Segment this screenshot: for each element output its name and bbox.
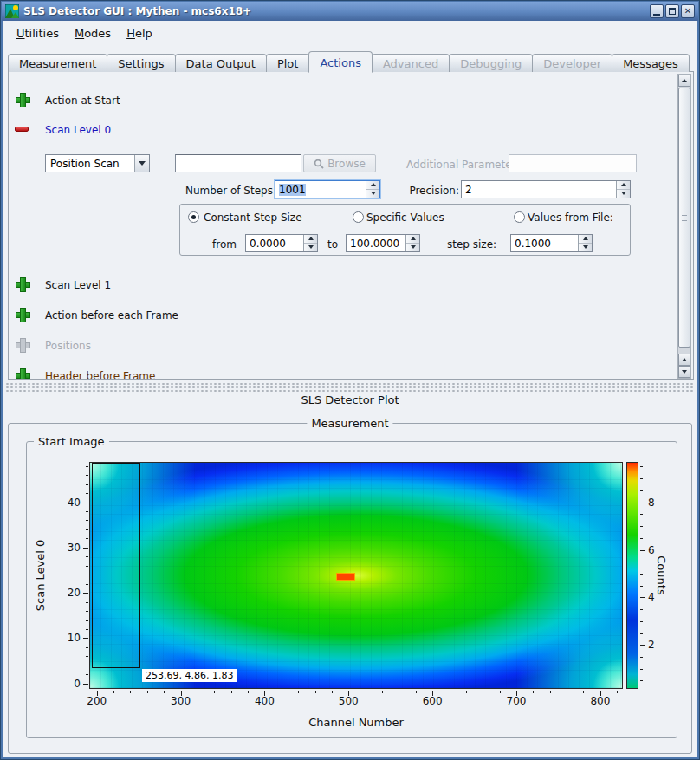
scroll-up-button-bottom[interactable] bbox=[678, 354, 690, 366]
expand-header-before-frame-icon[interactable] bbox=[16, 368, 29, 380]
x-tick bbox=[315, 691, 316, 693]
tab-plot[interactable]: Plot bbox=[266, 54, 310, 72]
spin-buttons[interactable] bbox=[578, 235, 592, 251]
to-spinbox[interactable]: 100.0000 bbox=[346, 234, 420, 252]
close-button[interactable]: ✕ bbox=[681, 4, 695, 18]
x-tick-label: 300 bbox=[164, 695, 198, 707]
scroll-down-button[interactable] bbox=[678, 366, 690, 378]
menubar: Utilities Modes Help bbox=[3, 22, 697, 44]
menu-utilities[interactable]: Utilities bbox=[9, 24, 67, 42]
expand-scan-level1-icon[interactable] bbox=[16, 277, 29, 290]
menu-modes[interactable]: Modes bbox=[67, 24, 119, 42]
x-tick bbox=[617, 691, 618, 693]
y-tick-label: 30 bbox=[51, 542, 81, 554]
heatmap-canvas[interactable]: 253.69, 4.86, 1.83 bbox=[89, 462, 623, 689]
number-of-steps-spinbox[interactable]: 1001 bbox=[275, 180, 380, 198]
colorbar-tick bbox=[640, 633, 643, 634]
titlebar[interactable]: SLS Detector GUI : Mythen - mcs6x18+ ✕ bbox=[2, 2, 698, 21]
x-tick bbox=[113, 691, 114, 693]
to-value[interactable]: 100.0000 bbox=[350, 237, 399, 250]
collapse-scan-level0-icon[interactable] bbox=[15, 127, 29, 132]
step-size-spinbox[interactable]: 0.1000 bbox=[510, 234, 593, 252]
scan-script-field[interactable] bbox=[175, 154, 301, 172]
precision-label: Precision: bbox=[403, 185, 459, 197]
y-tick-label: 40 bbox=[51, 497, 81, 509]
arrow-down-icon bbox=[682, 370, 687, 374]
step-mode-groupbox: Constant Step Size Specific Values Value… bbox=[179, 204, 631, 256]
values-from-file-radio[interactable] bbox=[514, 211, 525, 223]
maximize-button[interactable] bbox=[665, 4, 679, 18]
to-label: to bbox=[327, 238, 338, 250]
values-from-file-label[interactable]: Values from File: bbox=[528, 211, 613, 224]
specific-values-radio[interactable] bbox=[353, 211, 364, 223]
y-tick bbox=[86, 538, 88, 539]
expand-action-at-start-icon[interactable] bbox=[16, 93, 29, 106]
y-tick-label: 10 bbox=[51, 632, 81, 644]
menu-help[interactable]: Help bbox=[119, 24, 160, 42]
y-tick bbox=[86, 629, 88, 630]
tab-advanced: Advanced bbox=[372, 54, 450, 72]
tab-actions[interactable]: Actions bbox=[308, 51, 373, 73]
x-tick-label: 400 bbox=[247, 695, 282, 707]
maximize-icon bbox=[669, 8, 676, 15]
start-image-groupbox: Start Image Scan Level 0 Counts 253.69, … bbox=[26, 441, 677, 738]
tab-developer: Developer bbox=[532, 54, 612, 72]
window-title: SLS Detector GUI : Mythen - mcs6x18+ bbox=[23, 5, 648, 17]
colorbar-tick-label: 4 bbox=[648, 591, 669, 603]
from-value[interactable]: 0.0000 bbox=[250, 237, 286, 250]
action-at-start-label[interactable]: Action at Start bbox=[45, 94, 120, 107]
number-of-steps-value[interactable]: 1001 bbox=[279, 184, 306, 196]
action-before-frame-label[interactable]: Action before each Frame bbox=[45, 309, 178, 322]
x-axis-title: Channel Number bbox=[89, 716, 623, 729]
y-tick bbox=[86, 584, 88, 585]
x-tick-label: 800 bbox=[583, 695, 618, 707]
constant-step-label[interactable]: Constant Step Size bbox=[204, 211, 302, 224]
y-tick bbox=[86, 475, 88, 476]
spin-buttons[interactable] bbox=[405, 235, 419, 251]
combo-dropdown-icon[interactable] bbox=[134, 155, 149, 172]
x-tick bbox=[399, 691, 399, 693]
tab-settings[interactable]: Settings bbox=[107, 54, 175, 72]
colorbar-tick bbox=[640, 609, 643, 610]
scan-level0-label[interactable]: Scan Level 0 bbox=[45, 124, 111, 136]
minimize-button[interactable] bbox=[650, 4, 664, 18]
close-icon: ✕ bbox=[684, 7, 691, 16]
specific-values-label[interactable]: Specific Values bbox=[366, 211, 444, 224]
header-before-frame-label[interactable]: Header before Frame bbox=[45, 370, 155, 380]
actions-vertical-scrollbar[interactable] bbox=[677, 74, 691, 379]
tab-messages[interactable]: Messages bbox=[612, 54, 690, 72]
y-tick bbox=[86, 647, 88, 648]
y-tick bbox=[83, 593, 88, 594]
precision-spinbox[interactable]: 2 bbox=[461, 180, 631, 198]
spin-buttons[interactable] bbox=[366, 181, 379, 198]
tab-measurement[interactable]: Measurement bbox=[8, 54, 107, 72]
spin-buttons[interactable] bbox=[616, 181, 630, 198]
scrollbar-thumb[interactable] bbox=[678, 88, 690, 348]
from-spinbox[interactable]: 0.0000 bbox=[245, 234, 318, 252]
y-tick bbox=[86, 466, 88, 467]
colorbar-tick bbox=[640, 680, 643, 681]
y-tick bbox=[86, 529, 88, 530]
precision-value[interactable]: 2 bbox=[465, 184, 472, 196]
spin-buttons[interactable] bbox=[303, 235, 317, 251]
x-tick bbox=[466, 691, 467, 693]
x-tick bbox=[416, 691, 417, 693]
y-tick bbox=[86, 611, 88, 612]
x-tick bbox=[450, 691, 450, 693]
tab-data-output[interactable]: Data Output bbox=[175, 54, 267, 72]
x-tick bbox=[164, 691, 165, 693]
colorbar-tick bbox=[640, 621, 643, 622]
splitter-handle[interactable] bbox=[5, 382, 695, 392]
y-tick bbox=[86, 493, 88, 494]
scan-level1-label[interactable]: Scan Level 1 bbox=[45, 279, 111, 291]
y-tick bbox=[86, 511, 88, 512]
scan-mode-combobox[interactable]: Position Scan bbox=[45, 154, 150, 172]
y-axis-title: Scan Level 0 bbox=[34, 489, 48, 662]
constant-step-radio[interactable] bbox=[188, 211, 199, 223]
scroll-up-button[interactable] bbox=[678, 75, 690, 87]
arrow-up-icon bbox=[682, 358, 687, 361]
expand-action-before-frame-icon[interactable] bbox=[16, 308, 29, 321]
step-size-value[interactable]: 0.1000 bbox=[515, 237, 551, 250]
colorbar bbox=[626, 462, 638, 689]
x-tick bbox=[500, 691, 501, 693]
